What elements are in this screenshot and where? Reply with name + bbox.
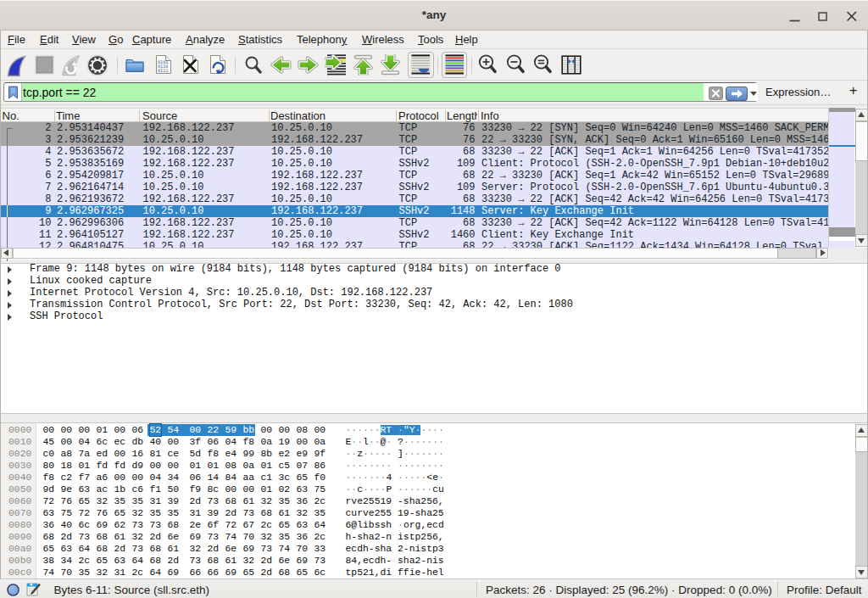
svg-text:0111: 0111 [158, 68, 169, 73]
